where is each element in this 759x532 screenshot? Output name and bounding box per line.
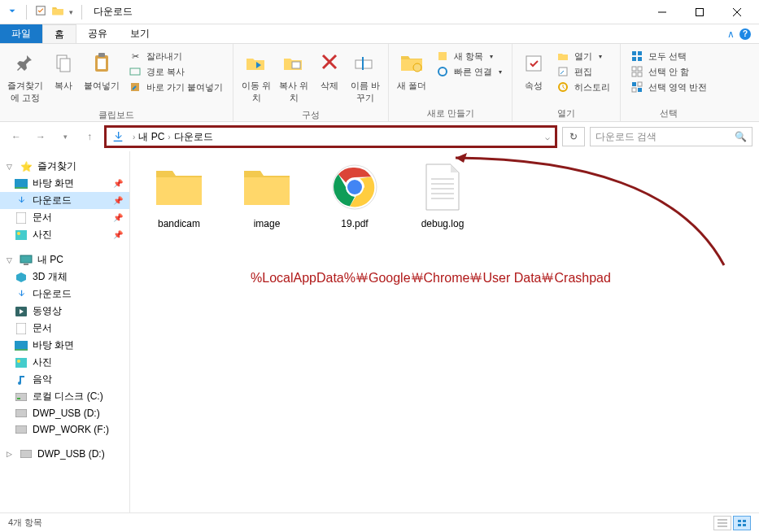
copy-icon (50, 50, 76, 76)
usb-icon (20, 447, 33, 460)
navigation-tree[interactable]: ▽⭐즐겨찾기 바탕 화면📌 다운로드📌 문서📌 사진📌 ▽내 PC 3D 개체 … (0, 151, 130, 512)
easyaccess-icon (436, 65, 449, 78)
scissors-icon: ✂ (129, 50, 142, 63)
open-button[interactable]: 열기▾ (555, 49, 612, 63)
file-item-debuglog[interactable]: debug.log (410, 161, 475, 229)
svg-rect-6 (60, 59, 70, 72)
delete-button[interactable]: 삭제 (313, 47, 346, 95)
videos-icon (15, 305, 28, 318)
copy-path-button[interactable]: 경로 복사 (127, 64, 225, 79)
tab-home[interactable]: 홈 (42, 24, 76, 43)
selectnone-icon (630, 65, 643, 78)
pin-indicator-icon: 📌 (113, 230, 123, 239)
selectall-icon (630, 50, 643, 63)
easy-access-button[interactable]: 빠른 연결▾ (434, 64, 504, 79)
tree-documents-2[interactable]: 문서 (0, 320, 129, 337)
invert-selection-button[interactable]: 선택 영역 반전 (629, 80, 709, 94)
svg-rect-28 (638, 67, 642, 71)
collapse-ribbon-icon[interactable]: ∧ (727, 28, 735, 40)
tree-desktop[interactable]: 바탕 화면📌 (0, 175, 129, 192)
copy-button[interactable]: 복사 (47, 47, 80, 95)
up-button[interactable]: ↑ (80, 127, 99, 146)
ribbon-group-organize: 이동 위치 복사 위치 삭제 이름 바꾸기 구성 (233, 44, 389, 121)
tree-pictures[interactable]: 사진📌 (0, 226, 129, 243)
svg-rect-18 (438, 52, 447, 60)
downloads-icon (15, 194, 28, 207)
tab-share[interactable]: 공유 (76, 24, 119, 43)
file-item-bandicam[interactable]: bandicam (146, 161, 212, 229)
pin-to-quickaccess-button[interactable]: 즐겨찾기에 고정 (5, 47, 46, 107)
svg-rect-49 (15, 393, 27, 401)
music-icon (15, 373, 28, 386)
refresh-button[interactable]: ↻ (562, 127, 585, 146)
file-list[interactable]: bandicam image 19.pdf (130, 151, 759, 512)
svg-rect-46 (15, 349, 28, 351)
ribbon-group-clipboard: 즐겨찾기에 고정 복사 붙여넣기 ✂잘라내기 경로 복사 바로 가기 붙여넣기 … (0, 44, 233, 121)
paste-button[interactable]: 붙여넣기 (81, 47, 122, 95)
tree-desktop-2[interactable]: 바탕 화면 (0, 337, 129, 354)
svg-rect-66 (743, 520, 746, 522)
maximize-button[interactable] (681, 0, 718, 24)
file-item-19pdf[interactable]: 19.pdf (322, 161, 387, 229)
move-to-button[interactable]: 이동 위치 (238, 47, 274, 107)
paste-shortcut-button[interactable]: 바로 가기 붙여넣기 (127, 80, 225, 94)
rename-button[interactable]: 이름 바꾸기 (347, 47, 383, 107)
tree-pictures-2[interactable]: 사진 (0, 354, 129, 371)
search-input[interactable]: 다운로드 검색 🔍 (590, 127, 752, 146)
details-view-button[interactable] (713, 516, 731, 530)
edit-button[interactable]: 편집 (555, 64, 612, 79)
svg-rect-10 (130, 68, 140, 75)
svg-rect-31 (632, 82, 636, 86)
svg-rect-24 (638, 51, 642, 55)
new-folder-button[interactable]: 새 폴더 (394, 47, 430, 95)
tree-downloads-2[interactable]: 다운로드 (0, 286, 129, 303)
tree-music[interactable]: 음악 (0, 371, 129, 388)
minimize-button[interactable] (643, 0, 681, 24)
history-button[interactable]: 히스토리 (555, 80, 612, 94)
checkbox-icon[interactable] (35, 5, 46, 19)
copy-to-button[interactable]: 복사 위치 (276, 47, 312, 107)
tree-local-disk[interactable]: 로컬 디스크 (C:) (0, 388, 129, 405)
tree-downloads[interactable]: 다운로드📌 (0, 192, 129, 209)
select-none-button[interactable]: 선택 안 함 (629, 64, 709, 79)
select-all-button[interactable]: 모두 선택 (629, 49, 709, 63)
qat-dropdown-icon[interactable]: ▾ (69, 8, 73, 16)
svg-point-19 (438, 68, 447, 76)
tree-this-pc[interactable]: ▽내 PC (0, 251, 129, 268)
tab-file[interactable]: 파일 (0, 24, 42, 43)
svg-rect-39 (15, 230, 27, 240)
tree-quick-access[interactable]: ▽⭐즐겨찾기 (0, 158, 129, 175)
back-button[interactable]: ← (7, 127, 26, 146)
svg-rect-26 (638, 57, 642, 61)
properties-button[interactable]: 속성 (517, 47, 550, 95)
tree-dwp-usb-2[interactable]: ▷DWP_USB (D:) (0, 446, 129, 462)
new-item-button[interactable]: 새 항목▾ (434, 49, 504, 63)
help-icon[interactable]: ? (739, 28, 751, 40)
down-arrow-icon[interactable] (7, 5, 18, 19)
cut-button[interactable]: ✂잘라내기 (127, 49, 225, 63)
svg-rect-16 (362, 57, 364, 70)
annotation-text: %LocalAppData%￦Google￦Chrome￦User Data￦C… (251, 270, 611, 287)
title-bar: ▾ 다운로드 (0, 0, 759, 24)
tree-3d-objects[interactable]: 3D 개체 (0, 268, 129, 286)
forward-button[interactable]: → (31, 127, 50, 146)
icons-view-button[interactable] (733, 516, 751, 530)
ribbon-group-new: 새 폴더 새 항목▾ 빠른 연결▾ 새로 만들기 (389, 44, 513, 121)
tree-videos[interactable]: 동영상 (0, 303, 129, 320)
tree-documents[interactable]: 문서📌 (0, 209, 129, 226)
tree-dwp-work[interactable]: DWP_WORK (F:) (0, 421, 129, 438)
tab-view[interactable]: 보기 (119, 24, 161, 43)
breadcrumb-downloads[interactable]: 다운로드 (174, 130, 213, 144)
close-button[interactable] (718, 0, 756, 24)
svg-rect-67 (738, 524, 741, 526)
address-bar[interactable]: › 내 PC › 다운로드 ⌵ (104, 125, 557, 148)
address-dropdown-icon[interactable]: ⌵ (545, 133, 550, 142)
pin-icon (12, 50, 38, 76)
recent-dropdown[interactable]: ▾ (55, 127, 75, 146)
tree-dwp-usb[interactable]: DWP_USB (D:) (0, 405, 129, 421)
folder-qat-icon[interactable] (51, 5, 64, 19)
shortcut-icon (129, 81, 142, 94)
chrome-icon (329, 161, 381, 213)
file-item-image[interactable]: image (234, 161, 299, 229)
breadcrumb-pc[interactable]: 내 PC (138, 130, 164, 144)
